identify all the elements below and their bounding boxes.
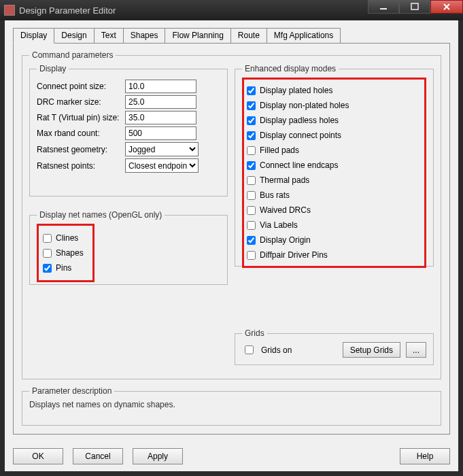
tab-route[interactable]: Route — [230, 28, 267, 44]
enhanced-label: Display non-plated holes — [260, 101, 349, 110]
shapes-label: Shapes — [56, 248, 84, 258]
enhanced-checkbox-1[interactable] — [247, 101, 256, 110]
enhanced-label: Via Labels — [260, 220, 298, 230]
enhanced-label: Bus rats — [260, 190, 290, 200]
enhanced-item: Thermal pads — [247, 173, 422, 187]
shapes-checkbox[interactable] — [43, 249, 52, 258]
clines-checkbox[interactable] — [43, 234, 52, 243]
tab-page-display: Command parameters Display Connect point… — [13, 43, 450, 435]
enhanced-checkbox-8[interactable] — [247, 206, 256, 215]
enhanced-label: Display Origin — [260, 235, 311, 245]
enhanced-checkbox-2[interactable] — [247, 116, 256, 125]
grids-group: Grids Grids on Setup Grids ... — [235, 328, 434, 365]
drc-marker-input[interactable] — [125, 95, 196, 109]
tab-text[interactable]: Text — [94, 28, 124, 44]
svg-rect-1 — [411, 3, 418, 10]
enhanced-item: Bus rats — [247, 188, 422, 202]
enhanced-label: Display padless holes — [260, 116, 339, 125]
display-group: Display Connect point size: DRC marker s… — [29, 64, 228, 197]
svg-rect-0 — [380, 8, 387, 10]
enhanced-label: Display connect points — [260, 131, 341, 140]
group-legend: Display — [37, 64, 69, 73]
rat-t-label: Rat T (Virtual pin) size: — [37, 113, 125, 122]
close-button[interactable] — [430, 0, 463, 14]
enhanced-item: Display connect points — [247, 129, 422, 142]
ok-button[interactable]: OK — [13, 448, 63, 464]
enhanced-label: Display plated holes — [260, 86, 332, 95]
setup-grids-ellipsis-button[interactable]: ... — [406, 342, 426, 358]
window-title: Design Parameter Editor — [19, 5, 368, 16]
enhanced-item: Waived DRCs — [247, 203, 422, 217]
enhanced-checkbox-11[interactable] — [247, 251, 256, 260]
tab-design[interactable]: Design — [54, 28, 94, 44]
enhanced-label: Filled pads — [260, 146, 299, 155]
max-rband-label: Max rband count: — [37, 129, 125, 138]
cancel-button[interactable]: Cancel — [73, 448, 123, 464]
tab-display[interactable]: Display — [13, 28, 54, 44]
display-net-names-group: Display net names (OpenGL only) Clines S… — [29, 210, 228, 285]
minimize-button[interactable] — [368, 0, 399, 14]
group-legend: Enhanced display modes — [242, 64, 339, 73]
tab-mfg-applications[interactable]: Mfg Applications — [267, 28, 341, 44]
enhanced-checkbox-4[interactable] — [247, 146, 256, 155]
tab-label: Mfg Applications — [274, 31, 333, 40]
clines-label: Clines — [56, 233, 78, 243]
tab-shapes[interactable]: Shapes — [123, 28, 166, 44]
titlebar[interactable]: Design Parameter Editor — [0, 0, 463, 20]
client-area: Display Design Text Shapes Flow Planning… — [5, 20, 458, 471]
dialog-button-bar: OK Cancel Apply Help — [13, 448, 450, 466]
tab-label: Design — [61, 31, 86, 40]
help-button[interactable]: Help — [400, 448, 450, 464]
tab-label: Route — [238, 31, 260, 40]
enhanced-item: Display non-plated holes — [247, 99, 422, 112]
pins-checkbox[interactable] — [43, 264, 52, 273]
enhanced-label: Connect line endcaps — [260, 160, 338, 170]
enhanced-checkbox-6[interactable] — [247, 176, 256, 185]
pins-label: Pins — [56, 263, 71, 273]
tab-flow-planning[interactable]: Flow Planning — [165, 28, 230, 44]
tab-label: Shapes — [131, 31, 158, 40]
parameter-description-group: Parameter description Displays net names… — [22, 386, 441, 426]
connect-point-input[interactable] — [125, 80, 196, 93]
parameter-description-text: Displays net names on dynamic shapes. — [29, 400, 434, 409]
ratsnest-geom-label: Ratsnest geometry: — [37, 145, 125, 154]
enhanced-item: Display Origin — [247, 233, 422, 247]
highlight-frame: Clines Shapes Pins — [37, 224, 95, 282]
enhanced-checkbox-9[interactable] — [247, 221, 256, 230]
group-legend: Parameter description — [29, 386, 114, 396]
enhanced-checkbox-0[interactable] — [247, 86, 256, 95]
grids-on-checkbox[interactable] — [245, 345, 254, 354]
ratsnest-geom-select[interactable]: Jogged — [125, 142, 199, 156]
ratsnest-points-select[interactable]: Closest endpoint — [125, 158, 199, 173]
maximize-button[interactable] — [399, 0, 430, 14]
max-rband-input[interactable] — [125, 126, 196, 140]
enhanced-display-group: Enhanced display modes Display plated ho… — [235, 64, 434, 267]
enhanced-item: Connect line endcaps — [247, 158, 422, 172]
enhanced-label: Thermal pads — [260, 175, 309, 185]
highlight-frame: Display plated holesDisplay non-plated h… — [242, 78, 426, 268]
group-legend: Display net names (OpenGL only) — [37, 210, 165, 220]
window-frame: Design Parameter Editor Display Design T… — [0, 0, 463, 476]
enhanced-item: Display plated holes — [247, 84, 422, 97]
enhanced-checkbox-7[interactable] — [247, 191, 256, 200]
enhanced-checkbox-3[interactable] — [247, 131, 256, 140]
setup-grids-button[interactable]: Setup Grids — [343, 342, 400, 358]
enhanced-checkbox-5[interactable] — [247, 161, 256, 170]
command-parameters-group: Command parameters Display Connect point… — [22, 50, 441, 379]
enhanced-item: Display padless holes — [247, 114, 422, 127]
rat-t-input[interactable] — [125, 111, 196, 124]
enhanced-item: Filled pads — [247, 143, 422, 157]
grids-on-label: Grids on — [261, 345, 292, 355]
enhanced-checkbox-10[interactable] — [247, 236, 256, 245]
enhanced-item: Diffpair Driver Pins — [247, 248, 422, 262]
apply-button[interactable]: Apply — [133, 448, 183, 464]
enhanced-label: Diffpair Driver Pins — [260, 250, 328, 260]
drc-marker-label: DRC marker size: — [37, 97, 125, 107]
enhanced-label: Waived DRCs — [260, 205, 311, 215]
group-legend: Grids — [242, 328, 267, 338]
app-icon — [4, 5, 15, 16]
ratsnest-points-label: Ratsnest points: — [37, 161, 125, 171]
tab-label: Flow Planning — [172, 31, 223, 40]
tab-strip: Display Design Text Shapes Flow Planning… — [13, 27, 450, 43]
enhanced-item: Via Labels — [247, 218, 422, 232]
